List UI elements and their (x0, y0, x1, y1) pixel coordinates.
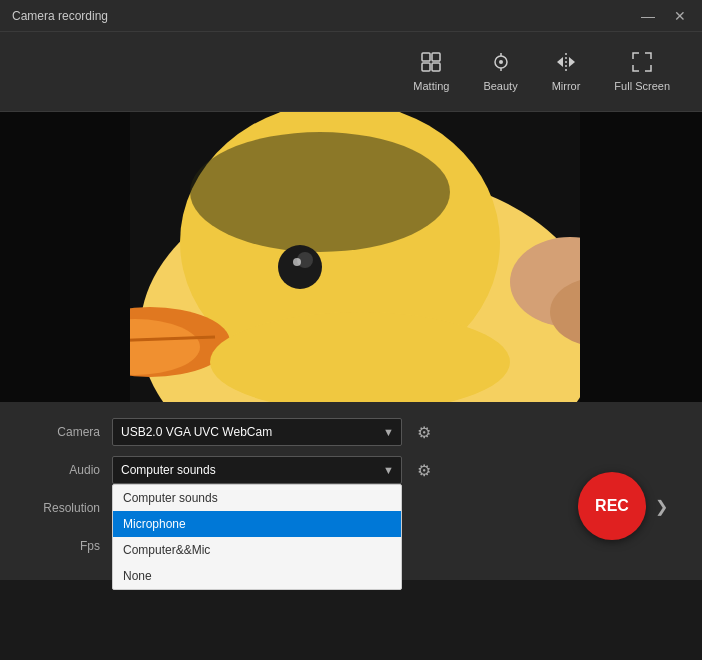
mirror-icon (555, 51, 577, 76)
beauty-button[interactable]: Beauty (471, 43, 529, 100)
rec-chevron-icon: ❯ (655, 497, 668, 516)
beauty-label: Beauty (483, 80, 517, 92)
audio-dropdown: Computer sounds Microphone Computer&&Mic… (112, 484, 402, 590)
title-bar-controls: — ✕ (634, 6, 694, 26)
svg-marker-9 (557, 57, 563, 67)
camera-label: Camera (20, 425, 100, 439)
camera-preview (0, 112, 702, 402)
fullscreen-label: Full Screen (614, 80, 670, 92)
controls-area: Camera USB2.0 VGA UVC WebCam ▼ ⚙ Audio C… (0, 402, 702, 580)
resolution-label: Resolution (20, 501, 100, 515)
svg-rect-2 (422, 63, 430, 71)
audio-option-computer-sounds[interactable]: Computer sounds (113, 485, 401, 511)
beauty-icon (490, 51, 512, 76)
svg-marker-10 (569, 57, 575, 67)
title-bar: Camera recording — ✕ (0, 0, 702, 32)
matting-button[interactable]: Matting (401, 43, 461, 100)
audio-option-microphone[interactable]: Microphone (113, 511, 401, 537)
svg-rect-3 (432, 63, 440, 71)
svg-rect-24 (580, 112, 702, 402)
fullscreen-button[interactable]: Full Screen (602, 43, 682, 100)
mirror-label: Mirror (552, 80, 581, 92)
audio-row: Audio Computer sounds ▼ Computer sounds … (20, 456, 682, 484)
audio-option-none[interactable]: None (113, 563, 401, 589)
close-button[interactable]: ✕ (666, 6, 694, 26)
audio-settings-button[interactable]: ⚙ (410, 456, 438, 484)
camera-select-wrapper: USB2.0 VGA UVC WebCam ▼ (112, 418, 402, 446)
fullscreen-icon (631, 51, 653, 76)
svg-point-15 (278, 245, 322, 289)
rec-dropdown-button[interactable]: ❯ (650, 495, 672, 517)
svg-rect-0 (422, 53, 430, 61)
minimize-button[interactable]: — (634, 6, 662, 26)
fps-label: Fps (20, 539, 100, 553)
mirror-button[interactable]: Mirror (540, 43, 593, 100)
svg-point-5 (499, 60, 503, 64)
svg-point-17 (293, 258, 301, 266)
audio-label: Audio (20, 463, 100, 477)
audio-select-wrapper: Computer sounds ▼ Computer sounds Microp… (112, 456, 402, 484)
svg-rect-1 (432, 53, 440, 61)
toolbar: Matting Beauty Mirror (0, 32, 702, 112)
matting-label: Matting (413, 80, 449, 92)
camera-row: Camera USB2.0 VGA UVC WebCam ▼ ⚙ (20, 418, 682, 446)
camera-settings-button[interactable]: ⚙ (410, 418, 438, 446)
audio-option-computer-mic[interactable]: Computer&&Mic (113, 537, 401, 563)
audio-select[interactable]: Computer sounds (112, 456, 402, 484)
camera-select[interactable]: USB2.0 VGA UVC WebCam (112, 418, 402, 446)
window-title: Camera recording (12, 9, 108, 23)
svg-rect-23 (0, 112, 130, 402)
svg-point-14 (190, 132, 450, 252)
matting-icon (420, 51, 442, 76)
